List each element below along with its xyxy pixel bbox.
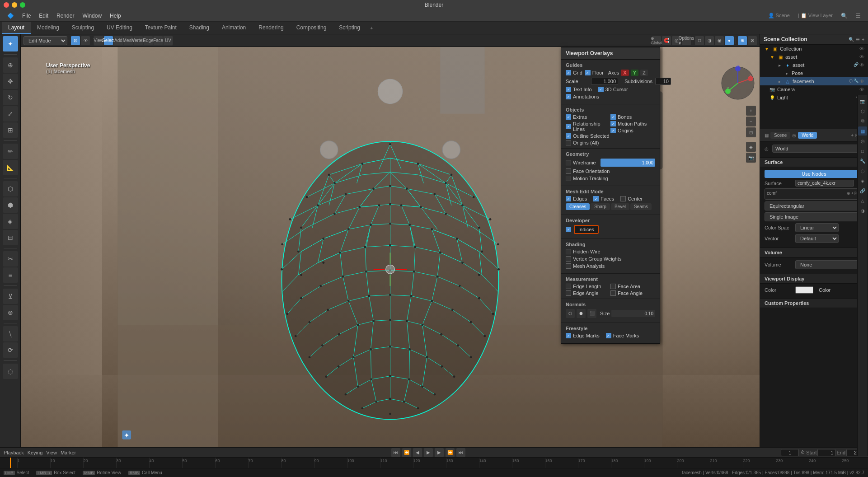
vp-color-swatch[interactable] <box>795 286 813 294</box>
mesh-analysis-checkbox[interactable] <box>566 263 571 269</box>
outliner-item-facemesh[interactable]: ▸ △ facemesh ⬡ 🔧 👁 <box>760 77 868 85</box>
minimize-button[interactable] <box>12 2 17 8</box>
props-world-icon[interactable]: ◎ <box>858 136 867 145</box>
edge-menu-btn[interactable]: Edge <box>144 36 153 45</box>
tool-smooth-vertex[interactable]: ◌ <box>3 364 18 379</box>
outliner-item-asset-collection[interactable]: ▼ ▣ asset 👁 <box>760 53 868 61</box>
outliner-item-asset[interactable]: ▸ ♦ asset 🔗 👁 <box>760 61 868 69</box>
keying-menu[interactable]: Keying <box>28 450 43 455</box>
view-menu-timeline[interactable]: View <box>46 450 57 455</box>
tab-animation[interactable]: Animation <box>216 22 252 34</box>
prev-keyframe-btn[interactable]: ⏪ <box>402 448 411 457</box>
face-marks-checkbox[interactable] <box>606 333 611 338</box>
tab-compositing[interactable]: Compositing <box>290 22 333 34</box>
tool-scale[interactable]: ⤢ <box>3 106 18 122</box>
uv-menu-btn[interactable]: UV <box>164 36 173 45</box>
camera-visibility-icon[interactable]: 👁 <box>859 87 864 92</box>
tab-shading[interactable]: Shading <box>183 22 216 34</box>
tool-extrude[interactable]: ⬡ <box>3 181 18 196</box>
floor-checkbox[interactable] <box>585 70 591 75</box>
edges-checkbox[interactable] <box>566 196 571 201</box>
menu-edit[interactable]: Edit <box>35 12 52 20</box>
tab-rendering[interactable]: Rendering <box>252 22 290 34</box>
tab-layout[interactable]: Layout <box>2 22 31 34</box>
edge-angle-checkbox[interactable] <box>566 290 571 296</box>
props-material-icon[interactable]: ◑ <box>858 206 867 215</box>
single-image-select[interactable]: Single Image <box>765 212 863 221</box>
tool-select[interactable]: ✦ <box>3 36 18 51</box>
vp-shading-solid[interactable]: ◑ <box>705 36 714 45</box>
view-menu-btn[interactable]: View <box>94 36 103 45</box>
props-render-icon[interactable]: 📷 <box>858 97 867 106</box>
vp-shading-render[interactable]: ● <box>725 36 734 45</box>
global-orient-btn[interactable]: ⊡ <box>71 36 80 45</box>
current-frame-input[interactable] <box>781 449 799 456</box>
props-object-data-icon[interactable]: △ <box>858 196 867 205</box>
edge-marks-checkbox[interactable] <box>566 333 571 338</box>
face-area-checkbox[interactable] <box>610 284 616 289</box>
outliner-add-btn[interactable]: + <box>862 37 864 42</box>
tool-bevel[interactable]: ◈ <box>3 214 18 229</box>
overlays-btn[interactable]: ⊕ <box>738 36 747 45</box>
seams-tab[interactable]: Seams <box>630 203 652 210</box>
origins-checkbox[interactable] <box>610 128 616 133</box>
props-new-btn[interactable]: + <box>851 133 854 138</box>
scale-input[interactable] <box>591 78 618 85</box>
face-orientation-checkbox[interactable] <box>566 168 571 174</box>
props-physics-icon[interactable]: ◈ <box>858 176 867 185</box>
volume-section-header[interactable]: Volume <box>760 248 868 257</box>
outline-selected-checkbox[interactable] <box>566 133 571 139</box>
equirectangular-select[interactable]: Equirectangular <box>765 201 863 210</box>
3d-cursor-checkbox[interactable] <box>598 87 604 92</box>
props-object-icon[interactable]: □ <box>858 146 867 155</box>
viewport-display-section-header[interactable]: Viewport Display <box>760 274 868 284</box>
tool-rotate[interactable]: ↻ <box>3 90 18 105</box>
add-workspace-button[interactable]: + <box>366 22 376 34</box>
tab-scripting[interactable]: Scripting <box>333 22 366 34</box>
vp-options-btn[interactable]: Options ▾ <box>682 36 691 45</box>
xray-btn[interactable]: ⊠ <box>748 36 757 45</box>
vp-shading-wire[interactable]: □ <box>695 36 704 45</box>
edge-length-checkbox[interactable] <box>566 284 571 289</box>
motion-tracking-checkbox[interactable] <box>566 176 571 181</box>
relationship-lines-checkbox[interactable] <box>566 124 571 129</box>
playback-menu[interactable]: Playback <box>4 450 24 455</box>
collection-visibility-icon[interactable]: 👁 <box>859 46 864 51</box>
tool-shear[interactable]: ⧹ <box>3 326 18 341</box>
outliner-item-pose[interactable]: ▸ Pose <box>760 69 868 77</box>
filter-button[interactable]: ☰ <box>852 12 864 20</box>
outliner-filter-btn[interactable]: ☰ <box>856 37 860 42</box>
axis-z-btn[interactable]: Z <box>640 70 648 76</box>
jump-end-btn[interactable]: ⏭ <box>456 448 465 457</box>
face-angle-checkbox[interactable] <box>610 290 616 296</box>
use-nodes-button[interactable]: Use Nodes <box>765 170 863 178</box>
outliner-item-camera[interactable]: 📷 Camera 👁 <box>760 85 868 94</box>
tool-vertex-slide[interactable]: ⊻ <box>3 289 18 304</box>
menu-window[interactable]: Window <box>79 12 105 20</box>
tool-loop-cut[interactable]: ⊟ <box>3 230 18 245</box>
props-constraints-icon[interactable]: 🔗 <box>858 186 867 195</box>
menu-blender[interactable]: 🔷 <box>4 12 18 20</box>
outliner-item-collection[interactable]: ▼ ▣ Collection 👁 <box>760 45 868 53</box>
asset-collection-visibility-icon[interactable]: 👁 <box>859 54 864 60</box>
vertex-weights-checkbox[interactable] <box>566 256 571 262</box>
tool-shrink-fatten[interactable]: ⊛ <box>3 305 18 320</box>
outliner-search-btn[interactable]: 🔍 <box>849 37 854 42</box>
scene-tab[interactable]: Scene <box>770 132 790 139</box>
bones-checkbox[interactable] <box>610 114 616 120</box>
world-name-input[interactable] <box>772 145 863 153</box>
search-button[interactable]: 🔍 <box>837 12 851 20</box>
tool-knife[interactable]: ✂ <box>3 251 18 267</box>
tab-modeling[interactable]: Modeling <box>31 22 66 34</box>
developer-indices-checkbox[interactable] <box>566 227 571 232</box>
select-menu-btn[interactable]: Select <box>104 36 113 45</box>
tab-texture-paint[interactable]: Texture Paint <box>139 22 183 34</box>
normals-face-corner-icon[interactable]: ⬢ <box>577 309 586 318</box>
asset-visibility-icon[interactable]: 👁 <box>859 62 864 68</box>
timeline-ruler[interactable]: 1102030405060708090100110120130140150160… <box>0 458 868 468</box>
outliner-item-light[interactable]: 💡 Light ○ 👁 <box>760 94 868 102</box>
edit-mode-select[interactable]: Edit Mode Object Mode <box>23 36 67 45</box>
creases-tab[interactable]: Creases <box>566 203 590 210</box>
vp-shading-material[interactable]: ◉ <box>715 36 724 45</box>
prev-frame-btn[interactable]: ◀ <box>413 448 422 457</box>
